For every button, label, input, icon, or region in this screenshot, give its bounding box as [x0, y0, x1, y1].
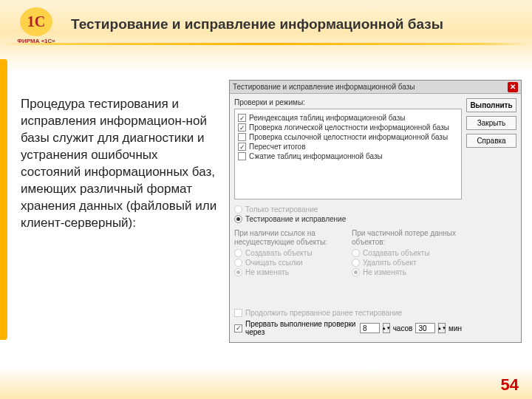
abort-after-row: ✓ Прервать выполнение проверки через 8 ▲…	[234, 320, 462, 336]
checkbox-icon[interactable]	[234, 309, 242, 317]
page-number: 54	[501, 375, 519, 395]
logo-badge: 1C	[20, 7, 52, 36]
radio-label: Тестирование и исправление	[245, 215, 346, 223]
checkbox-icon[interactable]: ✓	[238, 114, 246, 122]
abort-label: Прервать выполнение проверки через	[245, 320, 357, 336]
close-button[interactable]: Закрыть	[466, 116, 516, 130]
close-icon[interactable]: ✕	[508, 82, 518, 92]
missing-refs-group: При наличии ссылок на несуществующие объ…	[234, 229, 344, 278]
radio-icon[interactable]	[234, 249, 242, 257]
checkbox-icon[interactable]	[238, 152, 246, 160]
radio-icon[interactable]	[234, 259, 242, 267]
radio-label: Не изменять	[363, 268, 406, 276]
radio-label: Очищать ссылки	[245, 259, 303, 267]
check-label: Продолжить прерванное ранее тестирование	[245, 309, 402, 317]
checkbox-icon[interactable]: ✓	[238, 143, 246, 151]
brand-logo: 1C ФИРМА «1С»	[10, 7, 62, 44]
checks-group-label: Проверки и режимы:	[234, 98, 462, 106]
execute-button[interactable]: Выполнить	[466, 98, 516, 112]
description-text: Процедура тестирования и исправления инф…	[21, 96, 220, 232]
radio-icon[interactable]	[352, 259, 360, 267]
radio-icon[interactable]	[352, 268, 360, 276]
page-title: Тестирование и исправление информационно…	[71, 16, 517, 33]
radio-label: Создавать объекты	[245, 249, 313, 257]
opt-create-objects[interactable]: Создавать объекты	[234, 249, 344, 257]
partial-loss-group: При частичной потере данных объектов: Со…	[352, 229, 462, 278]
help-button[interactable]: Справка	[466, 134, 516, 148]
radio-label: Удалять объект	[363, 259, 417, 267]
title-underline	[0, 43, 532, 45]
check-logical[interactable]: ✓ Проверка логической целостности информ…	[238, 123, 458, 132]
dialog-title-text: Тестирование и исправление информационно…	[233, 83, 415, 91]
opt-delete-object[interactable]: Удалять объект	[352, 259, 462, 267]
dialog-titlebar: Тестирование и исправление информационно…	[230, 81, 521, 94]
radio-label: Только тестирование	[245, 205, 318, 214]
mins-stepper[interactable]: ▲▼	[438, 323, 446, 333]
check-label: Реиндексация таблиц информационной базы	[249, 114, 406, 122]
checkbox-icon[interactable]: ✓	[238, 123, 246, 132]
hours-stepper[interactable]: ▲▼	[383, 323, 390, 333]
continue-previous[interactable]: Продолжить прерванное ранее тестирование	[234, 309, 462, 317]
mins-input[interactable]: 30	[415, 323, 435, 333]
radio-icon[interactable]	[234, 215, 242, 223]
checks-list: ✓ Реиндексация таблиц информационной баз…	[234, 109, 462, 200]
checkbox-icon[interactable]	[238, 133, 246, 141]
opt-clear-refs[interactable]: Очищать ссылки	[234, 259, 344, 267]
test-repair-dialog: Тестирование и исправление информационно…	[229, 80, 522, 343]
radio-label: Не изменять	[245, 268, 289, 276]
mode-group: Только тестирование Тестирование и испра…	[234, 205, 462, 223]
opt-no-change-2[interactable]: Не изменять	[352, 268, 462, 276]
opt-create-objects-2[interactable]: Создавать объекты	[352, 249, 462, 257]
check-label: Сжатие таблиц информационной базы	[249, 152, 383, 160]
mode-test-only[interactable]: Только тестирование	[234, 205, 462, 214]
check-label: Проверка логической целостности информац…	[249, 123, 449, 132]
radio-icon[interactable]	[352, 249, 360, 257]
hours-unit: часов	[393, 324, 413, 332]
check-totals[interactable]: ✓ Пересчет итогов	[238, 143, 458, 151]
radio-icon[interactable]	[234, 205, 242, 214]
check-reindex[interactable]: ✓ Реиндексация таблиц информационной баз…	[238, 114, 458, 122]
mins-unit: мин	[449, 324, 462, 332]
group-label: При наличии ссылок на несуществующие объ…	[234, 229, 344, 247]
opt-no-change[interactable]: Не изменять	[234, 268, 344, 276]
radio-label: Создавать объекты	[363, 249, 430, 257]
check-referential[interactable]: Проверка ссылочной целостности информаци…	[238, 133, 458, 141]
check-label: Пересчет итогов	[249, 143, 305, 151]
side-accent	[0, 59, 7, 340]
check-label: Проверка ссылочной целостности информаци…	[249, 133, 448, 141]
mode-test-and-fix[interactable]: Тестирование и исправление	[234, 215, 462, 223]
check-compress[interactable]: Сжатие таблиц информационной базы	[238, 152, 458, 160]
radio-icon[interactable]	[234, 268, 242, 276]
checkbox-icon[interactable]: ✓	[234, 324, 242, 332]
group-label: При частичной потере данных объектов:	[352, 229, 462, 247]
hours-input[interactable]: 8	[360, 323, 380, 333]
